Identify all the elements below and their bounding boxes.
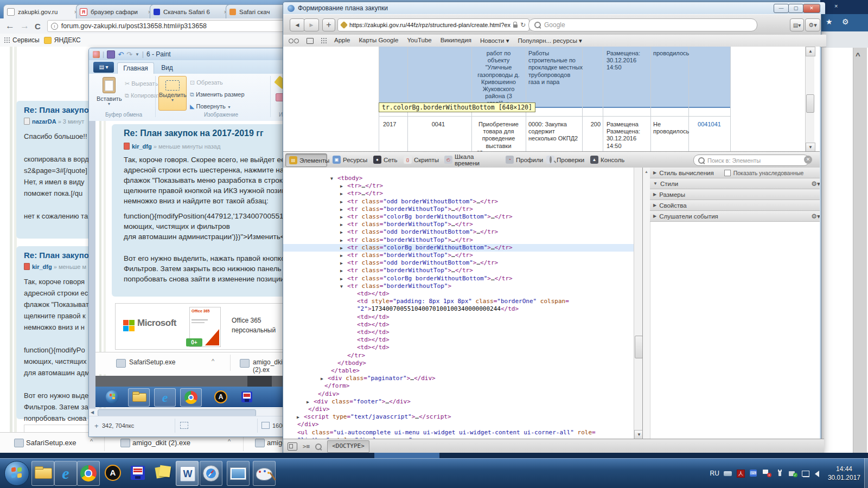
tree-line[interactable]: ▶<tr class="colorBg borderWithoutBottom"… [283,275,634,282]
back-icon[interactable]: ← [5,21,15,31]
taskbar-paint-button[interactable] [253,461,276,486]
page-info-icon[interactable]: i [51,23,58,30]
devtools-tab-Консоль[interactable]: ▲Консоль [587,153,624,166]
devtools-tab-Ресурсы[interactable]: ▣Ресурсы [329,153,367,166]
tree-line[interactable]: </div> [283,421,634,428]
dock-icon[interactable] [288,442,297,451]
close-button[interactable]: ✕ [803,4,820,13]
panel-properties[interactable]: ▶Свойства [650,200,820,211]
paint-hscrollbar[interactable]: ◀ [89,408,297,416]
gear-icon[interactable]: ⚙▾ [811,180,820,188]
devtools-close-icon[interactable]: ✕ [804,156,812,164]
chrome-address-bar[interactable]: i forum.gov-zakupki.ru/post313658.html#p… [47,20,288,32]
tree-line[interactable]: ▶<tr class="odd borderWithoutBottom">…</… [283,259,634,267]
tree-line[interactable]: ▶<script type="text/javascript">…</scrip… [283,413,634,421]
tree-line[interactable]: <td></td> [283,313,634,321]
devtools-dom-tree[interactable]: ▼<tbody>▶<tr>…</tr>▶<tr>…</tr>▶<tr class… [283,168,634,439]
panel-metrics[interactable]: ▶Размеры [650,189,820,200]
expand-arrow-icon[interactable]: ▶ [340,221,343,229]
tree-line[interactable]: </div> [283,406,634,413]
search-icon[interactable] [315,444,322,450]
chrome-url[interactable]: forum.gov-zakupki.ru/post313658.html#p31… [61,22,207,30]
tree-line[interactable]: ▶<tr class="odd borderWithoutBottom">…</… [283,228,634,236]
maximize-button[interactable]: ▢ [788,4,803,13]
post-author[interactable]: nazarDA [32,118,56,125]
reload-icon[interactable]: ↻ [520,21,526,29]
back-button[interactable]: ◀ [290,18,305,31]
forward-icon[interactable]: → [20,21,29,31]
safari-search-field[interactable]: Google [528,18,757,31]
scroll-up-icon[interactable]: ▲ [806,47,815,56]
language-indicator[interactable]: RU [710,470,719,477]
bookmark-item[interactable]: Новости ▾ [480,37,509,44]
devtools-tab-Шкала времени[interactable]: ◴Шкала времени [441,153,499,166]
inherited-checkbox[interactable] [724,170,731,176]
qat-dropdown-icon[interactable]: ▼ [135,52,139,57]
tree-line[interactable]: ▶<tr class="colorBg borderWithoutBottom"… [283,244,634,252]
chevron-up-icon[interactable]: ^ [90,438,93,445]
taskbar-aimp-button[interactable]: A [102,461,124,485]
tab-view[interactable]: Вид [155,62,179,74]
expand-arrow-icon[interactable]: ▶ [340,229,343,236]
expand-arrow-icon[interactable]: ▶ [340,260,343,267]
safari-address-bar[interactable]: https://zakupki.gov.ru/44fz/rpz/structur… [337,18,529,31]
panel-event-listeners[interactable]: ▶Слушатели события ⚙▾ [650,211,820,222]
expand-arrow-icon[interactable]: ▶ [340,206,343,214]
paint-menu-button[interactable]: ▤ ▾ [93,62,114,73]
tree-line[interactable]: </div> [283,390,634,398]
cut-button[interactable]: ✂ Вырезать [125,80,158,87]
page-scrollbar[interactable]: ▲ ▼ [805,47,814,151]
taskbar-notes-button[interactable] [152,461,174,485]
tray-volume-icon[interactable] [815,470,824,477]
tray-flag-icon[interactable]: × [763,470,771,477]
tree-line[interactable]: ▶<tr class="borderWithoutTop">…</tr> [283,206,634,213]
table-cell-link[interactable]: 0041041 [688,121,730,128]
safari-titlebar[interactable]: Формирование плана закупки — ▢ ✕ [283,2,825,14]
panel-computed-style[interactable]: ▶Стиль вычисления Показать унаследованны… [650,168,820,178]
panel-styles[interactable]: ▼Стили ⚙▾ [650,178,820,189]
bookmark-item[interactable]: Википедия [441,37,471,44]
expand-arrow-icon[interactable]: ▶ [340,252,343,260]
scroll-thumb[interactable] [635,336,643,358]
collapse-arrow-icon[interactable]: ▼ [330,175,333,183]
topsites-grid-icon[interactable] [321,38,327,43]
safari-url[interactable]: https://zakupki.gov.ru/44fz/rpz/structur… [349,22,510,28]
scroll-up-icon[interactable]: ▲ [644,170,648,174]
tree-line[interactable]: </form> [283,382,634,390]
tree-line[interactable]: ▶<div class="paginator">…</div> [283,375,634,382]
undo-icon[interactable]: ↶ [118,50,124,59]
gear-menu-button[interactable]: ⚙▾ [805,18,820,31]
devtools-tab-Сеть[interactable]: ●Сеть [370,153,397,166]
taskbar-clock[interactable]: 14:44 30.01.2017 [828,465,860,482]
tree-line[interactable]: ▶<tr>…</tr> [283,182,634,190]
paste-button[interactable]: Вставить ▼ [97,77,122,110]
scroll-left-icon[interactable]: ◀ [91,410,94,415]
page-menu-button[interactable]: ▤▾ [790,18,804,31]
tree-line[interactable]: ▶<tr class="odd borderWithoutBottom">…</… [283,198,634,206]
scroll-thumb[interactable] [806,94,814,113]
panel-scrollbar[interactable]: ▲ [643,168,650,439]
tree-line[interactable]: <td></td> [283,290,634,298]
tree-line[interactable]: <td></td> [283,336,634,344]
expand-arrow-icon[interactable]: ▶ [307,399,309,406]
tree-line[interactable]: <td></td> [283,329,634,336]
browser-tab[interactable]: zakupki.gov.ru× [3,4,81,19]
download-item[interactable]: amigo_dkit (2).exe [132,439,190,447]
crop-button[interactable]: ⊡ Обрезать [190,79,223,86]
expand-arrow-icon[interactable]: ▶ [340,267,343,275]
breadcrumb-doctype[interactable]: <DOCTYPE> [327,440,369,453]
expand-arrow-icon[interactable]: ▶ [340,245,343,252]
browser-tab[interactable]: Ябраузер сафари× [76,4,155,19]
settings-gear-icon[interactable]: ⚙ [842,17,849,26]
tree-line[interactable]: <td></td> [283,321,634,329]
tree-line[interactable]: ▶<div class="footer">…</div> [283,398,634,406]
save-icon[interactable] [107,50,115,59]
tree-line[interactable]: <td style="padding: 8px 1px 8px" class="… [283,298,634,305]
tray-plug-icon[interactable] [776,470,784,477]
tab-close-icon[interactable]: × [834,3,838,9]
bookmark-item[interactable]: ЯНДЕКС [44,36,81,44]
tray-projector-icon[interactable] [724,470,732,477]
expand-arrow-icon[interactable]: ▶ [340,237,343,245]
tree-line[interactable]: ▶<tr class="borderWithoutTop">…</tr> [283,236,634,244]
taskbar-ie-button[interactable]: e [54,461,77,486]
